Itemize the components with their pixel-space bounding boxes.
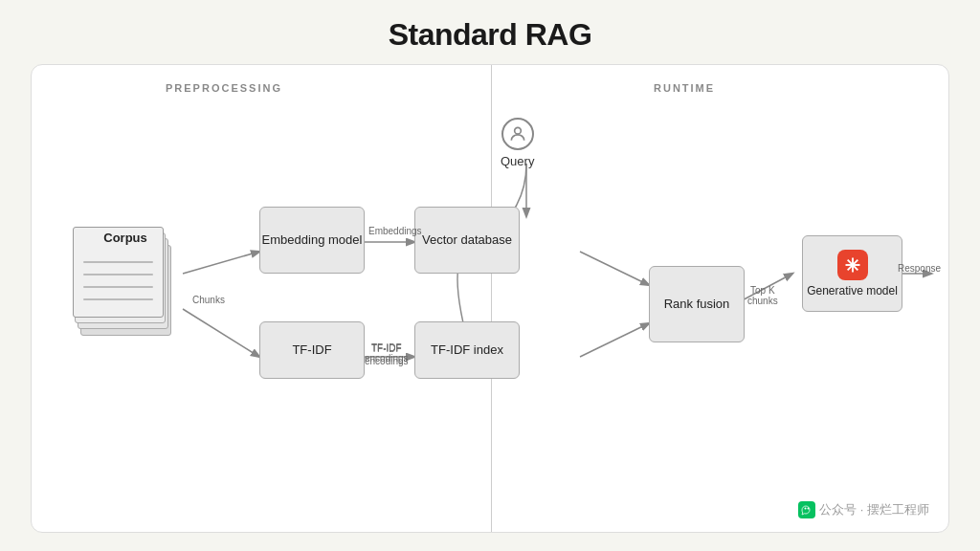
embedding-model-node: Embedding model	[259, 207, 365, 274]
response-label: Response	[898, 263, 941, 274]
query-icon	[501, 118, 534, 150]
diagram-container: PREPROCESSING RUNTIME Query Corpus	[31, 64, 949, 533]
tf-idf-encodings-label-2: TF-IDFencodings	[365, 342, 409, 367]
vector-database-node: Vector database	[414, 207, 520, 274]
query-text: Query	[501, 154, 534, 168]
svg-point-9	[514, 127, 521, 134]
chunks-label: Chunks	[192, 295, 225, 305]
svg-point-14	[805, 508, 807, 510]
generative-model-node: Generative model	[802, 235, 902, 312]
wechat-icon	[798, 501, 815, 518]
corpus-node: Corpus	[68, 213, 183, 352]
generative-model-text: Generative model	[807, 284, 898, 298]
generative-model-icon	[837, 250, 868, 280]
svg-line-1	[183, 309, 259, 357]
svg-line-0	[183, 252, 259, 274]
corpus-label: Corpus	[103, 231, 147, 245]
page-title: Standard RAG	[389, 17, 592, 53]
section-divider	[491, 65, 492, 532]
top-k-chunks-label: Top Kchunks	[747, 285, 778, 306]
tf-idf-node: TF-IDF	[259, 321, 365, 379]
watermark: 公众号 · 摆烂工程师	[798, 501, 929, 518]
runtime-label: RUNTIME	[654, 82, 715, 94]
svg-line-5	[580, 252, 649, 285]
query-node: Query	[501, 118, 534, 168]
tf-idf-index-node: TF-IDF index	[414, 321, 520, 379]
preprocessing-label: PREPROCESSING	[166, 82, 282, 94]
embeddings-label: Embeddings	[368, 226, 422, 236]
corpus-stack: Corpus	[73, 221, 178, 345]
rank-fusion-node: Rank fusion	[649, 266, 745, 342]
svg-line-6	[580, 323, 649, 357]
